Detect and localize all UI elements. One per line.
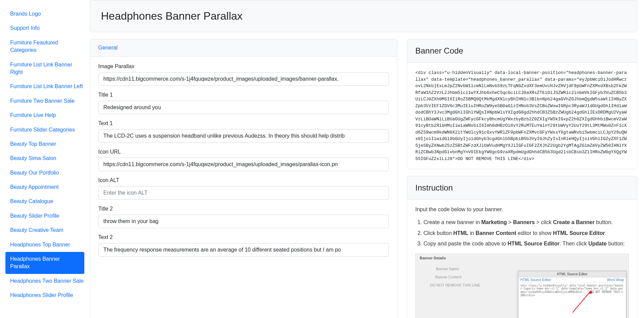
banner-code-content[interactable]: <div class="u-hiddenVisually" data-local… bbox=[415, 69, 629, 162]
screenshot-editor-window: HTML Source Editor HTML Source Editor Wo… bbox=[518, 271, 626, 318]
sidebar-item-furniture-list-link-banner-right[interactable]: Furniture List Link Banner Right bbox=[0, 58, 90, 80]
screenshot-banner-name-label: Banner Name bbox=[436, 267, 459, 271]
right-column: Banner Code <div class="u-hiddenVisually… bbox=[407, 39, 637, 318]
screenshot-editor-body: <div class="u-hiddenVisually" data-local… bbox=[518, 283, 626, 298]
screenshot-banner-details-label: Banner Details bbox=[420, 256, 446, 260]
page-title: Headphones Banner Parallax bbox=[101, 10, 626, 22]
instruction-list: Create a new banner in Marketing > Banne… bbox=[415, 218, 629, 248]
sidebar-item-brands-logo[interactable]: Brands Logo bbox=[0, 7, 90, 21]
sidebar-item-furniture-list-link-banner-left[interactable]: Furniture List Link Banner Left bbox=[0, 79, 90, 94]
instruction-step-3: Copy and paste the code above to HTML So… bbox=[423, 239, 629, 248]
input-text2[interactable] bbox=[98, 243, 389, 257]
screenshot-banner-content-label: Banner Content bbox=[435, 275, 461, 279]
sidebar-item-headphones-banner-parallax[interactable]: Headphones Banner Parallax bbox=[5, 252, 84, 274]
sidebar-item-beauty-appointment[interactable]: Beauty Appointment bbox=[0, 180, 90, 194]
instruction-step-2: Click button HTML in Banner Content edit… bbox=[423, 229, 629, 238]
screenshot-do-not-remove-label: DO NOT REMOVE THIS LINE bbox=[430, 283, 480, 287]
sidebar-item-furniture-slider-categories[interactable]: Furniture Slider Categories bbox=[0, 123, 90, 137]
sidebar-item-beauty-slider-profile[interactable]: Beauty Slider Profile bbox=[0, 209, 90, 223]
input-image-parallax[interactable] bbox=[98, 72, 389, 86]
label-title2: Title 2 bbox=[98, 206, 389, 212]
label-text2: Text 2 bbox=[98, 234, 389, 240]
sidebar-item-headphones-top-banner[interactable]: Headphones Top Banner bbox=[0, 238, 90, 252]
screenshot-editor-title: HTML Source Editor bbox=[518, 271, 626, 277]
screenshot-word-wrap: Word Wrap bbox=[607, 278, 624, 282]
instruction-step-1: Create a new banner in Marketing > Banne… bbox=[423, 218, 629, 227]
instruction-screenshot: Banner Details Banner Name Banner Conten… bbox=[415, 254, 629, 318]
page-header: Headphones Banner Parallax bbox=[90, 0, 637, 32]
sidebar-item-headphones-two-banner-sale[interactable]: Headphones Two Banner Sale bbox=[0, 274, 90, 288]
sidebar-item-furniture-featured-categories[interactable]: Furniture Feautured Categories bbox=[0, 36, 90, 58]
sidebar-item-beauty-our-portfolio[interactable]: Beauty Our Portfolio bbox=[0, 166, 90, 180]
sidebar-nav: Brands Logo Support Info Furniture Feaut… bbox=[0, 0, 90, 318]
sidebar-item-headphones-slider-profile[interactable]: Headphones Slider Profile bbox=[0, 288, 90, 302]
form-body: Image Parallax Title 1 Text 1 Icon URL I… bbox=[90, 57, 397, 270]
sidebar-item-beauty-catalogue[interactable]: Beauty Catalogue bbox=[0, 194, 90, 208]
input-title1[interactable] bbox=[98, 101, 389, 114]
instruction-title: Instruction bbox=[415, 183, 629, 193]
sidebar-item-support-info[interactable]: Support Info bbox=[0, 21, 90, 35]
input-icon-alt[interactable] bbox=[98, 186, 389, 200]
tab-bar: General bbox=[90, 39, 397, 57]
label-image-parallax: Image Parallax bbox=[98, 63, 389, 69]
sidebar-item-beauty-top-banner[interactable]: Beauty Top Banner bbox=[0, 137, 90, 151]
banner-code-title: Banner Code bbox=[415, 46, 629, 56]
label-icon-url: Icon URL bbox=[98, 149, 389, 155]
sidebar-item-furniture-live-help[interactable]: Furniture Live Help bbox=[0, 108, 90, 122]
label-text1: Text 1 bbox=[98, 120, 389, 126]
banner-code-panel: Banner Code <div class="u-hiddenVisually… bbox=[407, 39, 637, 169]
content-row: General Image Parallax Title 1 Text 1 Ic… bbox=[90, 39, 637, 318]
input-text1[interactable] bbox=[98, 129, 389, 143]
main-content: Headphones Banner Parallax General Image… bbox=[90, 0, 644, 318]
screenshot-editor-sub: HTML Source Editor bbox=[520, 278, 551, 282]
tab-general[interactable]: General bbox=[98, 45, 118, 51]
sidebar-item-beauty-sima-salon[interactable]: Beauty Sima Salon bbox=[0, 151, 90, 165]
form-panel: General Image Parallax Title 1 Text 1 Ic… bbox=[90, 39, 397, 318]
sidebar-item-beauty-creative-team[interactable]: Beauty Creative Team bbox=[0, 223, 90, 237]
label-icon-alt: Icon ALT bbox=[98, 177, 389, 183]
input-icon-url[interactable] bbox=[98, 158, 389, 171]
input-title2[interactable] bbox=[98, 215, 389, 228]
sidebar-item-furniture-two-banner-sale[interactable]: Furniture Two Banner Sale bbox=[0, 94, 90, 108]
instruction-panel: Instruction Input the code below to your… bbox=[407, 176, 637, 318]
instruction-intro: Input the code below to your banner. bbox=[415, 206, 629, 213]
label-title1: Title 1 bbox=[98, 92, 389, 98]
